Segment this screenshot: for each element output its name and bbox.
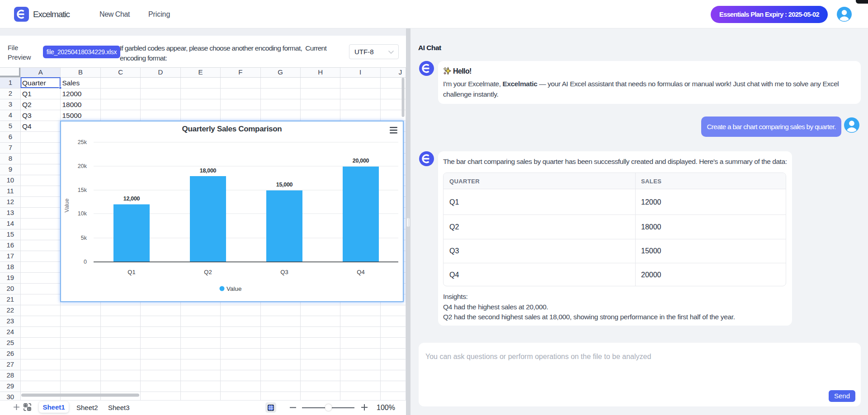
svg-text:27: 27 xyxy=(6,360,14,368)
svg-text:Value: Value xyxy=(226,285,242,292)
svg-text:24: 24 xyxy=(6,328,14,336)
svg-text:16: 16 xyxy=(6,241,14,249)
svg-text:Sales: Sales xyxy=(62,79,80,87)
svg-text:4: 4 xyxy=(9,111,12,119)
svg-text:12,000: 12,000 xyxy=(123,196,140,202)
svg-text:Quarterly Sales Comparison: Quarterly Sales Comparison xyxy=(182,125,282,133)
svg-text:29: 29 xyxy=(6,382,14,390)
svg-text:21: 21 xyxy=(6,295,14,303)
svg-text:23: 23 xyxy=(6,317,14,325)
svg-text:26: 26 xyxy=(6,350,14,357)
svg-text:18,000: 18,000 xyxy=(200,168,217,174)
svg-text:15: 15 xyxy=(6,230,14,238)
svg-text:G: G xyxy=(278,68,283,76)
svg-text:Q4: Q4 xyxy=(22,122,32,130)
svg-text:13: 13 xyxy=(6,209,14,216)
svg-text:2: 2 xyxy=(9,89,12,97)
svg-text:25k: 25k xyxy=(78,139,87,145)
svg-text:12000: 12000 xyxy=(62,90,81,98)
svg-text:8: 8 xyxy=(9,154,12,162)
svg-text:5k: 5k xyxy=(81,235,87,241)
svg-text:6: 6 xyxy=(9,133,12,140)
svg-text:18000: 18000 xyxy=(62,101,81,108)
svg-text:C: C xyxy=(118,68,123,76)
svg-text:Q3: Q3 xyxy=(280,269,288,275)
svg-text:15k: 15k xyxy=(78,187,87,193)
svg-text:28: 28 xyxy=(6,371,14,379)
svg-text:20: 20 xyxy=(6,284,14,292)
svg-text:20k: 20k xyxy=(78,163,87,169)
svg-text:19: 19 xyxy=(6,274,14,281)
svg-text:10k: 10k xyxy=(78,210,87,217)
svg-text:F: F xyxy=(238,68,242,76)
svg-text:B: B xyxy=(78,68,83,76)
svg-text:0: 0 xyxy=(84,259,87,265)
svg-text:H: H xyxy=(318,68,323,76)
svg-text:30: 30 xyxy=(6,393,14,400)
svg-text:25: 25 xyxy=(6,339,14,346)
svg-text:14: 14 xyxy=(6,219,14,227)
svg-text:Value: Value xyxy=(64,198,70,212)
svg-text:22: 22 xyxy=(6,306,14,314)
svg-text:18: 18 xyxy=(6,263,14,270)
svg-text:E: E xyxy=(198,68,203,76)
svg-text:7: 7 xyxy=(9,144,12,151)
svg-text:3: 3 xyxy=(9,100,12,108)
svg-text:15000: 15000 xyxy=(62,112,81,119)
svg-text:I: I xyxy=(359,68,361,76)
svg-text:9: 9 xyxy=(9,165,12,173)
svg-text:J: J xyxy=(399,68,402,76)
svg-text:10: 10 xyxy=(6,176,14,184)
svg-text:5: 5 xyxy=(9,122,12,130)
svg-text:Q1: Q1 xyxy=(22,90,32,98)
svg-text:Q4: Q4 xyxy=(357,269,364,275)
svg-text:15,000: 15,000 xyxy=(276,182,293,188)
svg-text:12: 12 xyxy=(6,198,14,205)
svg-text:A: A xyxy=(38,68,43,76)
svg-text:Q2: Q2 xyxy=(22,101,32,108)
svg-text:D: D xyxy=(158,68,163,76)
svg-text:20,000: 20,000 xyxy=(353,158,369,164)
svg-text:Q3: Q3 xyxy=(22,112,32,119)
svg-text:11: 11 xyxy=(7,187,14,195)
svg-text:Quarter: Quarter xyxy=(22,79,46,87)
svg-text:1: 1 xyxy=(9,79,12,86)
svg-text:Q1: Q1 xyxy=(127,269,135,275)
svg-text:17: 17 xyxy=(6,252,14,260)
svg-text:Q2: Q2 xyxy=(204,269,212,275)
